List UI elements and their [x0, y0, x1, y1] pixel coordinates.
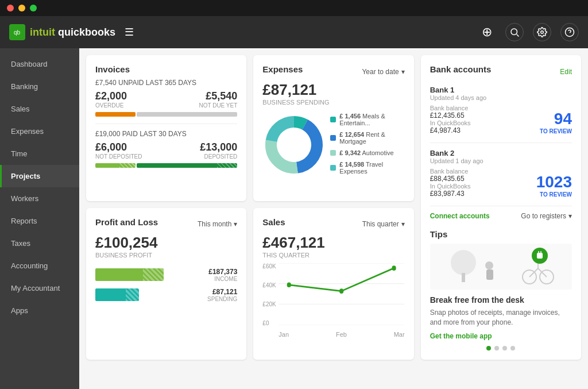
settings-icon[interactable] — [533, 23, 551, 41]
logo-icon: qb — [9, 24, 25, 40]
logo-text: intuit quickbooks — [30, 26, 115, 38]
connect-accounts-link[interactable]: Connect accounts — [430, 212, 490, 220]
expenses-card: Expenses Year to date ▾ £87,121 BUSINESS… — [253, 55, 413, 201]
profit-loss-card: Profit and Loss This month ▾ £100,254 BU… — [86, 208, 246, 360]
help-icon[interactable] — [560, 23, 579, 41]
invoice-divider — [95, 124, 237, 124]
sales-period-selector[interactable]: This quarter ▾ — [362, 220, 405, 228]
sidebar-item-banking[interactable]: Banking — [0, 75, 79, 98]
review-section: 94 TO REVIEW — [540, 110, 572, 134]
quickbooks-label: In QuickBooks — [430, 183, 471, 190]
sidebar-item-apps[interactable]: Apps — [0, 299, 79, 322]
tips-title: Tips — [430, 229, 572, 239]
tips-dots — [430, 346, 572, 351]
spending-bar-row: £87,121 SPENDING — [95, 288, 237, 302]
hamburger-icon[interactable]: ☰ — [125, 26, 134, 38]
sidebar-item-expenses[interactable]: Expenses — [0, 120, 79, 142]
overdue-row: £2,000 OVERDUE £5,540 NOT DUE YET — [95, 90, 237, 111]
bank-card-header: Bank accounts Edit — [430, 64, 572, 79]
bank-accounts-card: Bank accounts Edit Bank 1 Updated 4 days… — [421, 55, 581, 360]
sidebar-item-my-accountant[interactable]: My Accountant — [0, 277, 79, 299]
pl-title: Profit and Loss — [95, 217, 158, 227]
sidebar-item-reports[interactable]: Reports — [0, 210, 79, 232]
bank-updated: Updated 1 day ago — [430, 157, 572, 164]
sales-chart: £60K £40K £20K £0 — [262, 263, 404, 338]
review-number: 94 — [540, 110, 572, 128]
legend-item: £ 1,456 Meals & Entertain... — [330, 113, 404, 126]
pl-bars: £187,373 INCOME £87,121 SPENDING — [95, 268, 237, 302]
sales-x-axis: Jan Feb Mar — [278, 331, 404, 338]
sidebar-item-projects[interactable]: Projects — [0, 165, 79, 187]
bank-balances: Bank balance £88,435.65 In QuickBooks £8… — [430, 168, 572, 198]
bank-accounts-title: Bank accounts — [430, 64, 492, 74]
minimize-button[interactable] — [18, 5, 25, 11]
svg-point-31 — [339, 288, 343, 294]
bank-section-1: Bank 1 Updated 4 days ago Bank balance £… — [430, 86, 572, 134]
expenses-legend: £ 1,456 Meals & Entertain...£ 12,654 Ren… — [330, 113, 404, 179]
svg-text:qb: qb — [14, 29, 21, 36]
paid-label: £19,000 PAID LAST 30 DAYS — [95, 130, 237, 138]
deposit-progress-bar — [95, 163, 237, 168]
svg-line-3 — [517, 34, 519, 37]
sidebar-item-time[interactable]: Time — [0, 142, 79, 165]
sidebar: DashboardBankingSalesExpensesTimeProject… — [0, 48, 79, 389]
sidebar-item-dashboard[interactable]: Dashboard — [0, 53, 79, 75]
pl-period-selector[interactable]: This month ▾ — [198, 220, 237, 228]
legend-item: £ 12,654 Rent & Mortgage — [330, 131, 404, 145]
search-icon[interactable] — [505, 23, 524, 41]
main-content: Invoices £7,540 UNPAID LAST 365 DAYS £2,… — [79, 48, 588, 389]
tips-dot-2[interactable] — [494, 346, 499, 351]
sales-amount: £467,121 — [262, 234, 404, 252]
sales-title: Sales — [262, 217, 285, 227]
sales-y-axis: £60K £40K £20K £0 — [262, 263, 276, 338]
deposited-row: £6,000 NOT DEPOSITED £13,000 DEPOSITED — [95, 141, 237, 162]
expenses-sub: BUSINESS SPENDING — [262, 99, 404, 106]
tips-card-title: Break free from the desk — [430, 295, 572, 305]
tips-dot-4[interactable] — [510, 346, 515, 351]
legend-item: £ 14,598 Travel Expenses — [330, 161, 404, 175]
unpaid-label: £7,540 UNPAID LAST 365 DAYS — [95, 79, 237, 87]
get-mobile-app-link[interactable]: Get the mobile app — [430, 332, 572, 340]
not-due-bar — [137, 112, 237, 117]
svg-point-12 — [278, 129, 310, 161]
edit-button[interactable]: Edit — [560, 68, 572, 76]
bank-updated: Updated 4 days ago — [430, 94, 572, 101]
income-bar-row: £187,373 INCOME — [95, 268, 237, 282]
sidebar-item-taxes[interactable]: Taxes — [0, 232, 79, 255]
bank-section-2: Bank 2 Updated 1 day ago Bank balance £8… — [430, 149, 572, 198]
tips-dot-3[interactable] — [502, 346, 507, 351]
quickbooks-val: £83,987.43 — [430, 190, 471, 198]
maximize-button[interactable] — [30, 5, 37, 11]
expenses-header: Expenses Year to date ▾ — [262, 64, 404, 79]
bank-name: Bank 2 — [430, 149, 572, 157]
bank-inner-divider — [430, 142, 572, 143]
pl-amount: £100,254 — [95, 234, 237, 252]
svg-point-30 — [287, 282, 291, 287]
svg-point-13 — [451, 250, 476, 275]
invoices-title: Invoices — [95, 64, 237, 74]
sidebar-item-accounting[interactable]: Accounting — [0, 255, 79, 277]
legend-dot — [330, 150, 336, 156]
expenses-period-selector[interactable]: Year to date ▾ — [362, 68, 404, 76]
sidebar-item-workers[interactable]: Workers — [0, 187, 79, 210]
go-to-registers-link[interactable]: Go to registers ▾ — [521, 212, 572, 220]
svg-rect-14 — [462, 273, 465, 282]
spending-bar — [95, 288, 139, 301]
bank-divider — [430, 206, 572, 206]
tips-dot-1[interactable] — [486, 346, 491, 351]
close-button[interactable] — [7, 5, 14, 11]
sidebar-item-sales[interactable]: Sales — [0, 98, 79, 120]
svg-rect-16 — [486, 269, 493, 280]
titlebar — [0, 0, 588, 16]
app-body: DashboardBankingSalesExpensesTimeProject… — [0, 48, 588, 389]
header-right: ⊕ — [478, 23, 579, 41]
review-label: TO REVIEW — [536, 191, 572, 198]
sales-chart-svg — [278, 263, 404, 325]
add-button[interactable]: ⊕ — [478, 23, 496, 41]
banks-list: Bank 1 Updated 4 days ago Bank balance £… — [430, 86, 572, 198]
income-bar — [95, 268, 164, 281]
balance-val: £12,435.65 — [430, 111, 471, 120]
overdue-progress-bar — [95, 112, 237, 117]
logo: qb intuit quickbooks — [9, 24, 115, 40]
quickbooks-label: In QuickBooks — [430, 120, 471, 126]
